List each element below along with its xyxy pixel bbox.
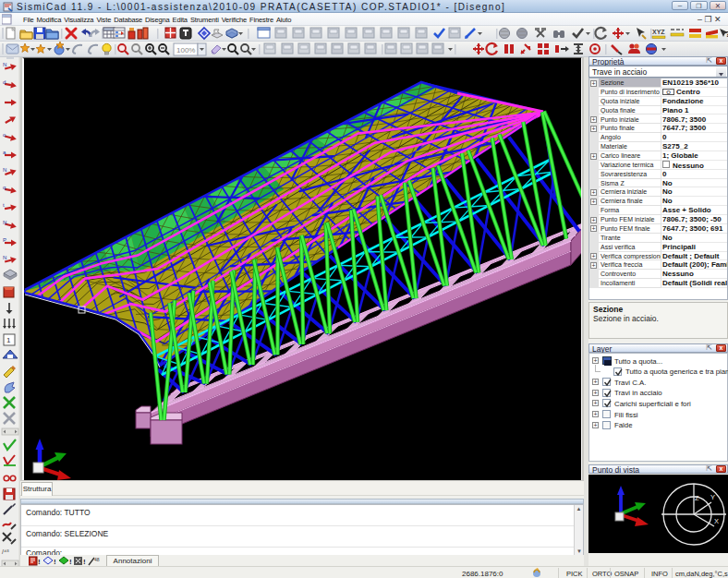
- svg-text:!: !: [69, 558, 72, 566]
- svg-text:!: !: [38, 558, 41, 566]
- svg-text:N: N: [3, 167, 6, 173]
- svg-text:d: d: [3, 79, 6, 85]
- svg-text:100%: 100%: [176, 46, 195, 54]
- svg-text:!: !: [54, 558, 56, 566]
- svg-text:N: N: [3, 220, 6, 225]
- svg-text:N: N: [3, 62, 6, 67]
- svg-text:Z: Z: [695, 494, 699, 502]
- svg-text:N: N: [3, 255, 6, 260]
- svg-text:Y: Y: [710, 493, 715, 501]
- svg-text:48: 48: [94, 557, 100, 562]
- svg-text:XYZ: XYZ: [652, 29, 665, 35]
- svg-text:P: P: [3, 237, 6, 243]
- svg-text:q: q: [3, 185, 6, 190]
- svg-text:X: X: [714, 517, 719, 525]
- svg-text:/⁴⁸: /⁴⁸: [2, 548, 9, 555]
- svg-text:!: !: [83, 558, 86, 566]
- svg-text:1: 1: [6, 336, 11, 344]
